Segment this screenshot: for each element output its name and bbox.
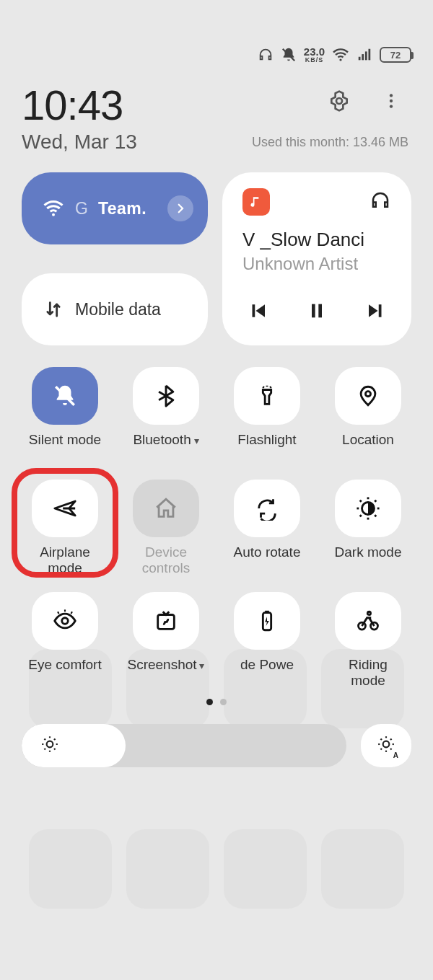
battery-icon	[234, 592, 300, 650]
brightness-icon	[40, 735, 59, 756]
qs-tile-label: Dark mode	[335, 544, 402, 576]
status-bar: 23.0 KB/S 72	[22, 42, 411, 68]
date: Wed, Mar 13	[22, 131, 137, 154]
brightness-slider[interactable]	[22, 724, 346, 767]
qs-tile-label: Auto rotate	[234, 544, 301, 576]
qs-tile-label: Riding mode	[349, 657, 388, 689]
battery-indicator: 72	[380, 47, 411, 63]
media-next-button[interactable]	[364, 299, 388, 323]
wifi-expand-button[interactable]	[167, 195, 193, 221]
qs-tile-de-powe[interactable]: de Powe	[224, 592, 310, 689]
signal-icon	[357, 47, 372, 63]
qs-tile-dark-mode[interactable]: Dark mode	[325, 480, 411, 576]
battery-value: 72	[390, 50, 401, 61]
qs-tile-label: Silent mode	[29, 432, 101, 464]
qs-tile-airplane-mode[interactable]: Airplane mode	[22, 480, 108, 576]
net-speed: 23.0 KB/S	[304, 47, 325, 63]
data-usage[interactable]: Used this month: 13.46 MB	[252, 135, 411, 150]
qs-tile-location[interactable]: Location	[325, 367, 411, 464]
media-pause-button[interactable]	[305, 299, 329, 323]
qs-tile-label: Location	[342, 432, 394, 464]
quick-settings-panel: 23.0 KB/S 72 10:43 Wed, Mar 13 Used this…	[0, 0, 433, 767]
qs-tile-bluetooth[interactable]: Bluetooth	[123, 367, 209, 464]
quick-settings-grid: Silent modeBluetoothFlashlightLocationAi…	[22, 367, 411, 689]
wifi-icon	[332, 46, 349, 63]
media-prev-button[interactable]	[245, 299, 270, 323]
page-indicator	[22, 699, 411, 705]
bluetooth-icon	[133, 367, 199, 425]
qs-tile-flashlight[interactable]: Flashlight	[224, 367, 310, 464]
qs-tile-eye-comfort[interactable]: Eye comfort	[22, 592, 108, 689]
flashlight-icon	[234, 367, 300, 425]
header-row: 10:43	[22, 81, 411, 129]
auto-brightness-toggle[interactable]: A	[361, 724, 411, 767]
mobile-data-label: Mobile data	[75, 300, 193, 319]
dark-icon	[335, 480, 401, 537]
qs-tile-device-controls: Device controls	[123, 480, 209, 576]
mobile-data-icon	[42, 299, 65, 319]
overflow-menu-button[interactable]	[377, 87, 406, 115]
wifi-prefix: G	[75, 199, 88, 218]
qs-tile-label: Airplane mode	[40, 544, 90, 576]
mobile-data-tile[interactable]: Mobile data	[22, 273, 208, 345]
auto-brightness-icon: A	[377, 735, 395, 756]
screenshot-icon	[133, 592, 199, 650]
wifi-label: Team.	[98, 199, 157, 218]
qs-tile-riding-mode[interactable]: Riding mode	[325, 592, 411, 689]
wifi-icon	[42, 198, 65, 219]
net-speed-unit: KB/S	[305, 57, 324, 63]
home-icon	[133, 480, 199, 537]
mute-icon	[281, 47, 297, 63]
net-speed-value: 23.0	[304, 47, 325, 57]
clock: 10:43	[22, 81, 123, 129]
page-dot	[220, 699, 227, 705]
music-app-icon	[242, 188, 270, 216]
qs-tile-label: Screenshot	[127, 657, 204, 689]
date-row: Wed, Mar 13 Used this month: 13.46 MB	[22, 131, 411, 154]
wifi-tile[interactable]: G Team.	[22, 172, 208, 244]
airplane-icon	[32, 480, 98, 537]
qs-tile-label: Bluetooth	[133, 432, 198, 464]
qs-tile-screenshot[interactable]: Screenshot	[123, 592, 209, 689]
qs-tile-label: de Powe	[240, 657, 294, 689]
qs-tile-label: Device controls	[142, 544, 191, 576]
qs-tile-silent-mode[interactable]: Silent mode	[22, 367, 108, 464]
media-player-card[interactable]: V _Slow Danci Unknown Artist	[222, 172, 411, 345]
page-dot	[206, 699, 213, 705]
qs-tile-auto-rotate[interactable]: Auto rotate	[224, 480, 310, 576]
rotate-icon	[234, 480, 300, 537]
media-artist: Unknown Artist	[242, 254, 391, 274]
headphones-icon	[258, 47, 274, 63]
eye-icon	[32, 592, 98, 650]
media-title: V _Slow Danci	[242, 229, 391, 251]
pin-icon	[335, 367, 401, 425]
bell-off-icon	[32, 367, 98, 425]
settings-button[interactable]	[325, 87, 354, 115]
media-output-icon[interactable]	[369, 190, 391, 214]
qs-tile-label: Flashlight	[237, 432, 296, 464]
bike-icon	[335, 592, 401, 650]
qs-tile-label: Eye comfort	[28, 657, 101, 689]
